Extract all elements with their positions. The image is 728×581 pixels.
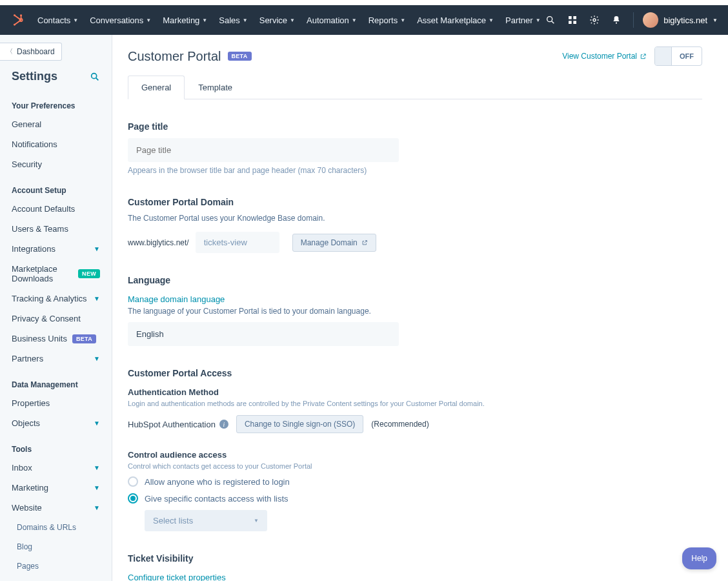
- sidebar-item-account-defaults[interactable]: Account Defaults: [0, 199, 112, 219]
- chevron-down-icon: ▼: [94, 295, 100, 302]
- svg-point-5: [14, 14, 15, 16]
- chevron-down-icon: ▼: [254, 518, 259, 524]
- chevron-down-icon: ▼: [73, 17, 78, 23]
- auth-method-heading: Authentication Method: [128, 387, 702, 397]
- sidebar-item-privacy-consent[interactable]: Privacy & Consent: [0, 309, 112, 329]
- domain-slug-input[interactable]: [196, 232, 279, 253]
- chevron-down-icon: ▼: [352, 17, 357, 23]
- svg-point-16: [92, 73, 97, 78]
- settings-heading: Settings: [12, 70, 57, 83]
- chevron-down-icon: ▼: [94, 484, 100, 491]
- language-description: The language of your Customer Portal is …: [128, 307, 702, 316]
- nav-item-conversations[interactable]: Conversations▼: [90, 15, 151, 25]
- sidebar-item-partners[interactable]: Partners▼: [0, 349, 112, 369]
- settings-gear-icon[interactable]: [589, 15, 600, 25]
- sidebar-item-security[interactable]: Security: [0, 154, 112, 174]
- chevron-down-icon: ▼: [536, 17, 541, 23]
- language-value: English: [128, 322, 399, 346]
- sidebar-item-marketplace-downloads[interactable]: Marketplace DownloadsNEW: [0, 259, 112, 289]
- language-section-heading: Language: [128, 275, 702, 285]
- sidebar-section-title: Data Management: [0, 369, 112, 393]
- badge: NEW: [78, 269, 100, 278]
- svg-rect-13: [573, 21, 576, 24]
- chevron-down-icon: ▼: [400, 17, 405, 23]
- svg-line-17: [96, 77, 99, 80]
- chevron-down-icon: ▼: [290, 17, 295, 23]
- sidebar-item-properties[interactable]: Properties: [0, 393, 112, 413]
- audience-help: Control which contacts get access to you…: [128, 462, 702, 470]
- auth-help: Login and authentication methods are con…: [128, 400, 702, 407]
- search-icon[interactable]: [545, 15, 556, 25]
- svg-rect-7: [20, 15, 22, 16]
- search-settings-icon[interactable]: [90, 72, 100, 82]
- sidebar-item-pages[interactable]: Pages: [0, 556, 112, 576]
- sidebar-item-objects[interactable]: Objects▼: [0, 413, 112, 433]
- chevron-down-icon: ▼: [489, 17, 494, 23]
- sidebar-item-users-teams[interactable]: Users & Teams: [0, 219, 112, 239]
- sidebar-item-integrations[interactable]: Integrations▼: [0, 239, 112, 259]
- chevron-down-icon: ▼: [146, 17, 151, 23]
- view-portal-link[interactable]: View Customer Portal: [562, 52, 647, 61]
- top-navigation: Contacts▼Conversations▼Marketing▼Sales▼S…: [0, 5, 728, 35]
- svg-line-9: [552, 21, 554, 24]
- account-name: biglytics.net: [663, 15, 707, 25]
- nav-item-sales[interactable]: Sales▼: [219, 15, 247, 25]
- chevron-down-icon: ▼: [243, 17, 248, 23]
- sidebar-item-inbox[interactable]: Inbox▼: [0, 458, 112, 478]
- sidebar-section-title: Tools: [0, 433, 112, 458]
- svg-rect-12: [569, 21, 572, 24]
- nav-item-reports[interactable]: Reports▼: [369, 15, 405, 25]
- nav-item-partner[interactable]: Partner▼: [505, 15, 541, 25]
- sidebar-item-tracking-analytics[interactable]: Tracking & Analytics▼: [0, 289, 112, 309]
- page-title-section-heading: Page title: [128, 121, 702, 132]
- toggle-knob: [655, 47, 672, 65]
- manage-domain-button[interactable]: Manage Domain: [292, 234, 376, 252]
- nav-item-automation[interactable]: Automation▼: [307, 15, 357, 25]
- hubspot-logo[interactable]: [10, 12, 26, 28]
- sidebar-section-title: Account Setup: [0, 174, 112, 199]
- select-lists-dropdown[interactable]: Select lists ▼: [145, 510, 267, 531]
- chevron-down-icon: ▼: [94, 464, 100, 471]
- sidebar-item-blog[interactable]: Blog: [0, 537, 112, 556]
- notifications-bell-icon[interactable]: [611, 15, 622, 25]
- page-title-help: Appears in the browser title bar and pag…: [128, 166, 702, 175]
- nav-item-service[interactable]: Service▼: [259, 15, 295, 25]
- info-icon[interactable]: i: [219, 420, 228, 429]
- page-title-input[interactable]: [128, 138, 399, 162]
- audience-heading: Control audience access: [128, 450, 702, 460]
- chevron-down-icon: ▼: [94, 420, 100, 427]
- domain-section-heading: Customer Portal Domain: [128, 197, 702, 207]
- tab-general[interactable]: General: [128, 76, 185, 99]
- svg-point-8: [547, 17, 552, 22]
- sidebar-item-website[interactable]: Website▼: [0, 498, 112, 518]
- manage-domain-language-link[interactable]: Manage domain language: [128, 294, 225, 304]
- svg-rect-11: [573, 16, 576, 19]
- svg-line-4: [15, 15, 21, 20]
- radio-specific-lists[interactable]: Give specific contacts access with lists: [128, 493, 702, 504]
- radio-icon: [128, 476, 138, 487]
- chevron-down-icon: ▼: [94, 504, 100, 511]
- radio-allow-anyone[interactable]: Allow anyone who is registered to login: [128, 476, 702, 487]
- sidebar-item-knowledge-base[interactable]: Knowledge Base: [0, 576, 112, 581]
- back-to-dashboard[interactable]: 〈 Dashboard: [0, 43, 62, 61]
- account-menu[interactable]: biglytics.net ▼: [633, 12, 718, 28]
- portal-toggle[interactable]: OFF: [654, 46, 702, 66]
- sidebar-item-notifications[interactable]: Notifications: [0, 134, 112, 154]
- sidebar-item-domains-urls[interactable]: Domains & URLs: [0, 518, 112, 537]
- domain-description: The Customer Portal uses your Knowledge …: [128, 214, 702, 223]
- svg-point-3: [14, 24, 15, 26]
- help-fab-button[interactable]: Help: [682, 547, 716, 569]
- nav-item-marketing[interactable]: Marketing▼: [163, 15, 207, 25]
- tab-template[interactable]: Template: [185, 76, 246, 99]
- change-sso-button[interactable]: Change to Single sign-on (SSO): [236, 415, 363, 433]
- access-section-heading: Customer Portal Access: [128, 368, 702, 378]
- nav-item-contacts[interactable]: Contacts▼: [37, 15, 78, 25]
- configure-ticket-properties-link[interactable]: Configure ticket properties: [128, 573, 226, 581]
- badge: BETA: [72, 334, 96, 343]
- marketplace-icon[interactable]: [567, 15, 578, 25]
- sidebar-item-business-units[interactable]: Business UnitsBETA: [0, 329, 112, 349]
- sidebar-item-marketing[interactable]: Marketing▼: [0, 478, 112, 498]
- sidebar-item-general[interactable]: General: [0, 114, 112, 134]
- radio-icon-checked: [128, 493, 138, 504]
- nav-item-asset-marketplace[interactable]: Asset Marketplace▼: [417, 15, 494, 25]
